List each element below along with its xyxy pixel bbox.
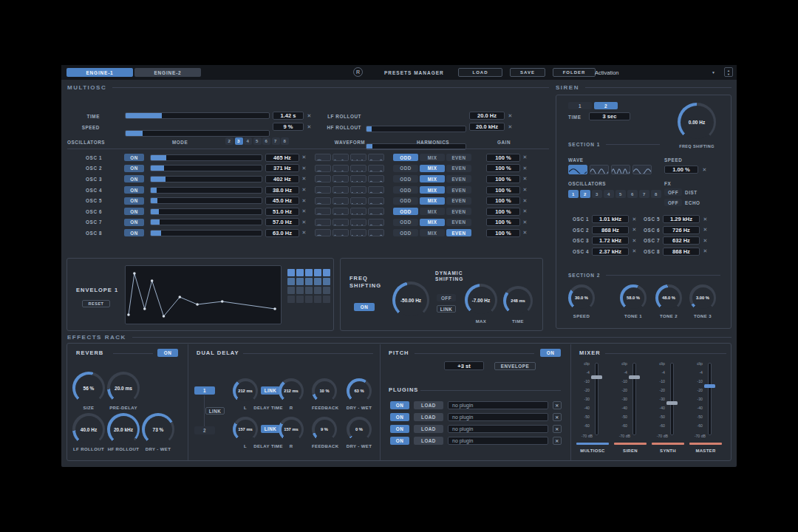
harmonic-odd-button[interactable]: ODD bbox=[393, 219, 418, 226]
load-preset-button[interactable]: LOAD bbox=[458, 68, 502, 77]
save-preset-button[interactable]: SAVE bbox=[510, 68, 545, 77]
mode-5-button[interactable]: 5 bbox=[253, 137, 262, 145]
osc-frequency-value[interactable]: 45.0 Hz bbox=[265, 197, 299, 205]
osc-frequency-value[interactable]: 63.0 Hz bbox=[265, 229, 299, 237]
osc-frequency-slider[interactable] bbox=[150, 230, 262, 236]
close-icon[interactable]: ✕ bbox=[507, 123, 514, 131]
siren-wave-icon[interactable] bbox=[611, 165, 630, 174]
osc-gain-value[interactable]: 100 % bbox=[486, 229, 520, 237]
plugin-on-button[interactable]: ON bbox=[390, 437, 409, 445]
waveform-icon[interactable] bbox=[368, 197, 384, 205]
waveform-icon[interactable] bbox=[332, 197, 349, 205]
freq-shifting-on-button[interactable]: ON bbox=[354, 303, 375, 311]
waveform-icon[interactable] bbox=[368, 175, 384, 183]
tab-engine-2[interactable]: ENGINE-2 bbox=[134, 68, 201, 77]
waveform-icon[interactable] bbox=[350, 197, 366, 205]
close-icon[interactable]: ✕ bbox=[306, 112, 313, 120]
close-icon[interactable]: ✕ bbox=[631, 248, 638, 256]
mode-4-button[interactable]: 4 bbox=[244, 137, 252, 145]
siren-osc-1-button[interactable]: 1 bbox=[568, 190, 579, 198]
delay-banks-link-button[interactable]: LINK bbox=[205, 407, 225, 415]
fader-handle[interactable] bbox=[629, 375, 640, 379]
osc-frequency-slider[interactable] bbox=[150, 197, 262, 204]
close-icon[interactable]: ✕ bbox=[522, 197, 528, 205]
waveform-icon[interactable] bbox=[350, 154, 366, 161]
plugin-load-button[interactable]: LOAD bbox=[414, 437, 443, 445]
envelope-grid-cell[interactable] bbox=[305, 296, 313, 303]
envelope-grid-cell[interactable] bbox=[323, 278, 330, 285]
spin-down-icon[interactable]: ▼ bbox=[727, 72, 730, 76]
plugin-remove-button[interactable]: ✕ bbox=[553, 413, 562, 421]
osc-gain-value[interactable]: 100 % bbox=[486, 208, 520, 216]
osc-on-button[interactable]: ON bbox=[124, 165, 144, 172]
waveform-icon[interactable] bbox=[350, 186, 366, 194]
harmonic-mix-button[interactable]: MIX bbox=[420, 219, 445, 226]
waveform-icon[interactable] bbox=[332, 154, 349, 161]
waveform-icon[interactable] bbox=[350, 175, 366, 183]
echo-off-button[interactable]: OFF bbox=[664, 199, 682, 206]
close-icon[interactable]: ✕ bbox=[702, 248, 709, 256]
osc-on-button[interactable]: ON bbox=[124, 229, 144, 236]
delay2-left-time-knob[interactable]: 157 ms bbox=[233, 417, 258, 442]
mode-8-button[interactable]: 8 bbox=[281, 137, 289, 145]
waveform-icon[interactable] bbox=[368, 208, 384, 215]
waveform-icon[interactable] bbox=[315, 175, 331, 183]
siren-osc-3-button[interactable]: 3 bbox=[592, 190, 602, 198]
pitch-envelope-button[interactable]: ENVELOPE bbox=[494, 362, 536, 370]
harmonic-even-button[interactable]: EVEN bbox=[446, 175, 471, 183]
waveform-icon[interactable] bbox=[368, 186, 384, 194]
siren-wave-icon[interactable] bbox=[632, 165, 652, 174]
siren-osc-6-button[interactable]: 6 bbox=[627, 190, 638, 198]
pitch-on-button[interactable]: ON bbox=[540, 349, 561, 357]
waveform-icon[interactable] bbox=[332, 186, 349, 194]
waveform-icon[interactable] bbox=[368, 219, 384, 226]
predelay-knob[interactable]: 20.0 ms bbox=[107, 372, 140, 404]
osc-frequency-value[interactable]: 402 Hz bbox=[265, 175, 299, 183]
delay-drywet-knob[interactable]: 63 % bbox=[347, 378, 372, 403]
delay-bank-1-button[interactable]: 1 bbox=[194, 386, 215, 395]
plugin-load-button[interactable]: LOAD bbox=[414, 401, 443, 409]
tone3-knob[interactable]: 3.00 % bbox=[689, 284, 716, 311]
envelope-grid-cell[interactable] bbox=[314, 269, 321, 276]
siren-osc-value[interactable]: 868 Hz bbox=[663, 248, 700, 256]
siren-osc-2-button[interactable]: 2 bbox=[580, 190, 590, 198]
dynamic-link-button[interactable]: LINK bbox=[437, 305, 456, 313]
siren-time-value[interactable]: 3 sec bbox=[589, 112, 630, 120]
dist-off-button[interactable]: OFF bbox=[664, 188, 682, 196]
siren-osc-value[interactable]: 1.72 kHz bbox=[592, 236, 629, 245]
close-icon[interactable]: ✕ bbox=[522, 164, 528, 172]
envelope-grid-cell[interactable] bbox=[296, 278, 304, 285]
close-icon[interactable]: ✕ bbox=[301, 229, 307, 237]
plugin-on-button[interactable]: ON bbox=[390, 425, 409, 433]
dynamic-off-button[interactable]: OFF bbox=[437, 294, 456, 301]
waveform-icon[interactable] bbox=[315, 197, 331, 205]
close-icon[interactable]: ✕ bbox=[301, 186, 307, 194]
osc-frequency-value[interactable]: 57.0 Hz bbox=[265, 218, 299, 226]
reverb-size-knob[interactable]: 56 % bbox=[72, 372, 105, 404]
waveform-icon[interactable] bbox=[315, 229, 331, 236]
harmonic-even-button[interactable]: EVEN bbox=[446, 208, 471, 215]
close-icon[interactable]: ✕ bbox=[701, 166, 708, 174]
osc-frequency-value[interactable]: 371 Hz bbox=[265, 164, 299, 172]
fader-handle[interactable] bbox=[591, 375, 602, 379]
r-button[interactable]: R bbox=[353, 67, 363, 77]
envelope-grid-cell[interactable] bbox=[314, 287, 321, 294]
waveform-icon[interactable] bbox=[315, 208, 331, 215]
volume-fader[interactable] bbox=[708, 363, 712, 435]
harmonic-odd-button[interactable]: ODD bbox=[393, 229, 418, 236]
siren-speed-knob[interactable]: 30.0 % bbox=[568, 284, 595, 311]
siren-osc-5-button[interactable]: 5 bbox=[615, 190, 626, 198]
osc-on-button[interactable]: ON bbox=[124, 154, 144, 161]
osc-frequency-value[interactable]: 51.0 Hz bbox=[265, 208, 299, 216]
tone1-knob[interactable]: 58.0 % bbox=[620, 284, 647, 311]
waveform-icon[interactable] bbox=[315, 165, 331, 172]
waveform-icon[interactable] bbox=[332, 208, 349, 215]
osc-frequency-value[interactable]: 465 Hz bbox=[265, 154, 299, 162]
close-icon[interactable]: ✕ bbox=[301, 197, 307, 205]
dynamic-time-knob[interactable]: 248 ms bbox=[503, 286, 533, 316]
envelope-graph[interactable] bbox=[125, 265, 282, 324]
delay-bank-2-button[interactable]: 2 bbox=[194, 426, 215, 434]
siren-osc-value[interactable]: 2.37 kHz bbox=[592, 248, 629, 256]
waveform-icon[interactable] bbox=[350, 219, 366, 226]
harmonic-even-button[interactable]: EVEN bbox=[446, 229, 471, 236]
